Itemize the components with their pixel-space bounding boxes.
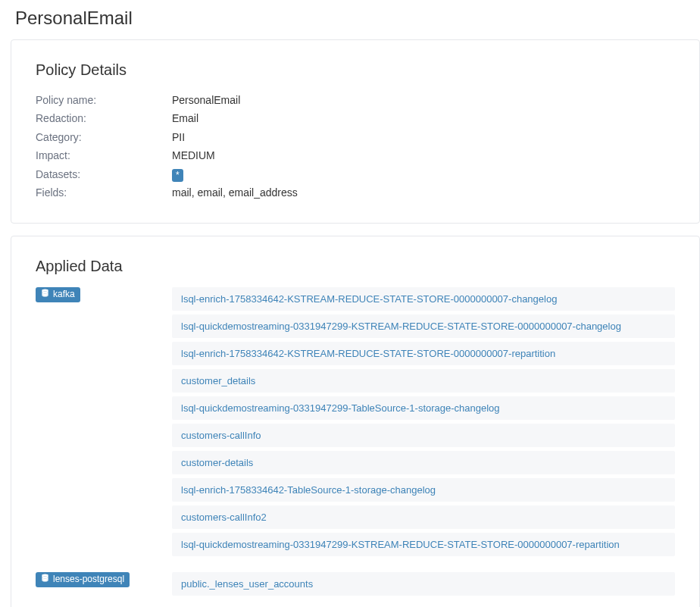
policy-detail-row: Policy name:PersonalEmail <box>36 91 675 109</box>
topic-link[interactable]: lsql-quickdemostreaming-0331947299-KSTRE… <box>172 314 675 338</box>
database-icon <box>41 574 49 586</box>
policy-detail-row: Category:PII <box>36 128 675 146</box>
topic-link[interactable]: customers-callInfo <box>172 424 675 447</box>
policy-detail-value: Email <box>172 110 198 127</box>
policy-detail-value: * <box>172 166 183 183</box>
wildcard-badge: * <box>172 169 183 182</box>
source-column: lenses-postgresql <box>36 572 172 599</box>
database-icon <box>41 289 49 301</box>
policy-detail-label: Fields: <box>36 184 172 201</box>
source-column: kafka <box>36 287 172 560</box>
policy-details-list: Policy name:PersonalEmailRedaction:Email… <box>36 91 675 202</box>
policy-details-card: Policy Details Policy name:PersonalEmail… <box>11 39 700 224</box>
applied-data-heading: Applied Data <box>36 258 675 275</box>
applied-source: lenses-postgresqlpublic._lenses_user_acc… <box>36 572 675 599</box>
applied-source: kafkalsql-enrich-1758334642-KSTREAM-REDU… <box>36 287 675 560</box>
policy-detail-label: Policy name: <box>36 92 172 108</box>
source-name: kafka <box>53 289 75 301</box>
topic-link[interactable]: customer_details <box>172 369 675 393</box>
page-title: PersonalEmail <box>0 0 700 39</box>
topic-link[interactable]: lsql-quickdemostreaming-0331947299-Table… <box>172 396 675 420</box>
topic-link[interactable]: lsql-quickdemostreaming-0331947299-KSTRE… <box>172 533 675 556</box>
policy-detail-value: MEDIUM <box>172 147 215 164</box>
svg-point-1 <box>42 574 48 577</box>
source-badge-lenses-postgresql[interactable]: lenses-postgresql <box>36 572 130 587</box>
policy-detail-label: Impact: <box>36 147 172 164</box>
policy-detail-row: Datasets:* <box>36 165 675 183</box>
svg-point-0 <box>42 289 48 292</box>
topic-link[interactable]: customer-details <box>172 451 675 474</box>
policy-detail-value: mail, email, email_address <box>172 184 298 201</box>
policy-detail-label: Redaction: <box>36 110 172 127</box>
source-name: lenses-postgresql <box>53 574 124 586</box>
topic-link[interactable]: public._lenses_user_accounts <box>172 572 675 596</box>
policy-detail-row: Redaction:Email <box>36 109 675 127</box>
policy-detail-row: Fields:mail, email, email_address <box>36 183 675 202</box>
topics-column: public._lenses_user_accounts <box>172 572 675 599</box>
policy-detail-value: PersonalEmail <box>172 92 240 108</box>
policy-detail-label: Datasets: <box>36 166 172 183</box>
topic-link[interactable]: customers-callInfo2 <box>172 505 675 529</box>
policy-details-heading: Policy Details <box>36 61 675 79</box>
applied-data-card: Applied Data kafkalsql-enrich-1758334642… <box>11 236 700 607</box>
topics-column: lsql-enrich-1758334642-KSTREAM-REDUCE-ST… <box>172 287 675 560</box>
policy-detail-row: Impact:MEDIUM <box>36 146 675 164</box>
source-badge-kafka[interactable]: kafka <box>36 287 80 302</box>
policy-detail-label: Category: <box>36 129 172 145</box>
policy-detail-value: PII <box>172 129 185 145</box>
topic-link[interactable]: lsql-enrich-1758334642-KSTREAM-REDUCE-ST… <box>172 342 675 365</box>
topic-link[interactable]: lsql-enrich-1758334642-KSTREAM-REDUCE-ST… <box>172 287 675 311</box>
topic-link[interactable]: lsql-enrich-1758334642-TableSource-1-sto… <box>172 478 675 502</box>
